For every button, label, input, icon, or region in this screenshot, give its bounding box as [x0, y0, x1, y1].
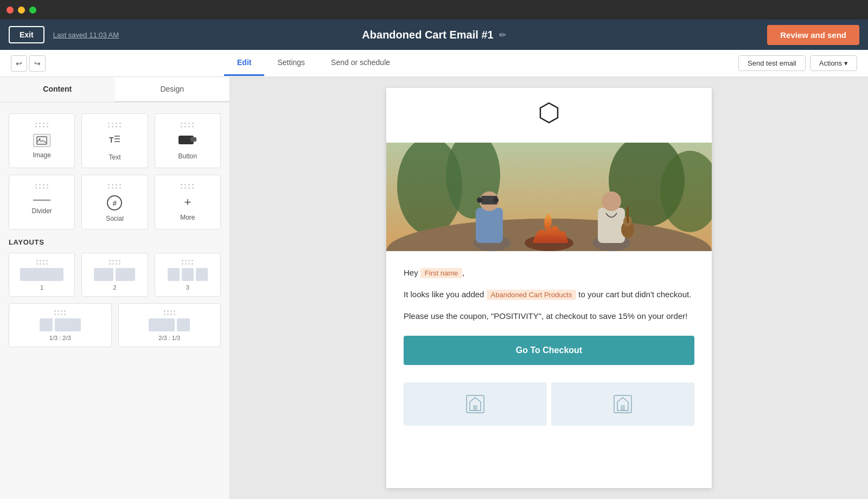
svg-rect-16	[476, 208, 503, 243]
redo-button[interactable]: ↪	[29, 55, 46, 72]
layout-3-label: 3	[159, 284, 216, 291]
text-icon: T	[108, 134, 121, 149]
drag-dots	[35, 123, 49, 127]
module-divider[interactable]: Divider	[9, 175, 75, 229]
drag-dots	[35, 184, 49, 189]
layouts-label: LAYOUTS	[9, 238, 221, 246]
svg-rect-0	[37, 137, 47, 144]
layout-1[interactable]: 1	[9, 253, 75, 297]
layout-1-3-2-3-preview	[14, 318, 107, 331]
titlebar	[0, 0, 868, 20]
layout-2-3-1-3[interactable]: 2/3 : 1/3	[118, 303, 221, 347]
drag-dots	[159, 260, 216, 265]
sidebar-tab-content[interactable]: Content	[0, 77, 115, 102]
sidebar-tab-group: Content Design	[0, 77, 229, 103]
minimize-dot[interactable]	[18, 7, 25, 14]
button-icon	[178, 134, 197, 148]
button-module-label: Button	[178, 152, 197, 160]
drag-dots	[14, 260, 70, 265]
sidebar: Content Design Image	[0, 77, 230, 499]
text-module-label: Text	[108, 153, 120, 161]
module-button[interactable]: Button	[155, 113, 221, 168]
checkout-button[interactable]: Go To Checkout	[404, 336, 694, 365]
module-image[interactable]: Image	[9, 113, 75, 168]
product-placeholder-2	[551, 382, 694, 426]
layout-block	[20, 268, 63, 281]
layout-block	[182, 268, 194, 281]
image-module-label: Image	[33, 151, 50, 159]
drag-dots	[181, 184, 194, 189]
drag-dots	[181, 123, 194, 127]
module-social[interactable]: # Social	[81, 175, 148, 229]
close-dot[interactable]	[7, 7, 14, 14]
svg-rect-7	[191, 137, 196, 142]
layout-block	[177, 318, 190, 331]
products-token: Abandoned Cart Products	[487, 290, 577, 300]
drag-dots	[86, 260, 143, 265]
secondary-actions: Send test email Actions ▾	[738, 55, 857, 71]
review-send-button[interactable]: Review and send	[767, 25, 859, 45]
layout-1-3-2-3[interactable]: 1/3 : 2/3	[9, 303, 112, 347]
svg-point-19	[477, 197, 482, 203]
email-hero-image	[386, 143, 712, 251]
layout-3[interactable]: 3	[155, 253, 221, 297]
svg-rect-22	[598, 208, 625, 243]
modules-grid: Image T Text	[0, 103, 229, 229]
module-more[interactable]: + More	[155, 175, 221, 229]
body-start: It looks like you added	[404, 290, 487, 299]
drag-dots	[123, 310, 216, 315]
module-text[interactable]: T Text	[81, 113, 148, 168]
edit-tabs: Edit Settings Send or schedule	[224, 50, 403, 76]
layout-1-3-2-3-label: 1/3 : 2/3	[14, 335, 107, 341]
svg-point-20	[493, 197, 499, 203]
topbar: Exit Last saved 11:03 AM Abandoned Cart …	[0, 20, 868, 50]
greeting-start: Hey	[404, 268, 420, 277]
tab-edit[interactable]: Edit	[224, 50, 264, 76]
main-layout: Content Design Image	[0, 77, 868, 499]
layouts-grid: 1 2	[9, 253, 221, 297]
layout-3-preview	[159, 268, 216, 281]
layout-block	[168, 268, 180, 281]
page-title-area: Abandoned Cart Email #1 ✏	[362, 29, 506, 41]
layouts-grid-row2: 1/3 : 2/3 2/3 : 1/3	[9, 303, 221, 347]
email-canvas: Hey First name, It looks like you added …	[386, 88, 712, 488]
layout-2-3-1-3-preview	[123, 318, 216, 331]
firstname-token: First name	[420, 268, 462, 278]
layout-2-3-1-3-label: 2/3 : 1/3	[123, 335, 216, 341]
layout-2-label: 2	[86, 284, 143, 291]
svg-text:T: T	[109, 136, 114, 144]
greeting-comma: ,	[462, 268, 464, 277]
tab-settings[interactable]: Settings	[264, 50, 318, 76]
layouts-section: LAYOUTS 1	[0, 229, 229, 356]
layout-block	[149, 318, 175, 331]
svg-rect-28	[473, 405, 477, 411]
tab-send-schedule[interactable]: Send or schedule	[318, 50, 403, 76]
more-icon: +	[184, 195, 191, 209]
layout-block	[94, 268, 113, 281]
page-title: Abandoned Cart Email #1	[362, 29, 493, 41]
sidebar-tab-design[interactable]: Design	[115, 77, 230, 102]
divider-module-label: Divider	[31, 207, 52, 215]
layout-block	[196, 268, 208, 281]
maximize-dot[interactable]	[29, 7, 36, 14]
canvas-area: Hey First name, It looks like you added …	[230, 77, 868, 499]
svg-rect-30	[621, 405, 625, 411]
drag-dots	[108, 123, 122, 127]
image-icon	[33, 134, 50, 147]
logo-hexagon-icon	[537, 101, 561, 130]
actions-button[interactable]: Actions ▾	[810, 55, 857, 71]
secondary-nav: ↩ ↪ Edit Settings Send or schedule Send …	[0, 50, 868, 77]
layout-block	[55, 318, 81, 331]
layout-2[interactable]: 2	[81, 253, 148, 297]
exit-button[interactable]: Exit	[9, 26, 44, 43]
edit-title-icon[interactable]: ✏	[499, 30, 506, 40]
drag-dots	[14, 310, 107, 315]
email-body-para: It looks like you added Abandoned Cart P…	[404, 288, 694, 301]
email-products-row	[404, 374, 694, 426]
email-logo-area	[386, 88, 712, 143]
send-test-email-button[interactable]: Send test email	[738, 55, 806, 71]
social-icon: #	[107, 195, 122, 210]
drag-dots	[108, 184, 122, 189]
undo-button[interactable]: ↩	[11, 55, 27, 72]
email-coupon-para: Please use the coupon, "POSITIVITY", at …	[404, 310, 694, 323]
